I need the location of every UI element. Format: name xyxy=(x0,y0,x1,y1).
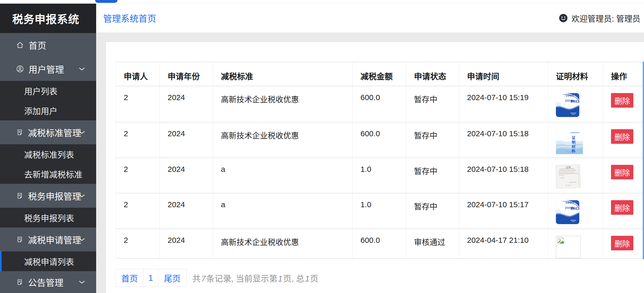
cell-time: 2024-07-10 15:19 xyxy=(459,86,548,122)
delete-button[interactable]: 删除 xyxy=(611,129,633,144)
cell-standard: 高新技术企业税收优惠 xyxy=(213,122,353,158)
sidebar-item-label: 税务申报列表 xyxy=(24,212,74,224)
pagination-last-link[interactable]: 尾页 xyxy=(158,269,187,287)
delete-button[interactable]: 删除 xyxy=(611,93,633,108)
chevron-down-icon xyxy=(78,130,85,134)
sidebar-item-user-management[interactable]: 用户管理 xyxy=(0,57,96,81)
sidebar-item-tax-reduction-standard-management[interactable]: 减税标准管理 xyxy=(0,120,96,144)
cell-status: 审核通过 xyxy=(406,229,459,258)
document-icon xyxy=(16,129,23,136)
document-icon xyxy=(16,236,23,243)
cell-proof xyxy=(548,229,603,258)
cell-actions: 删除 xyxy=(603,86,644,122)
sidebar-item-label: 公告管理 xyxy=(28,276,63,289)
sidebar-item-tax-reduction-standard-list[interactable]: 减税标准列表 xyxy=(0,144,96,164)
sidebar-item-label: 用户管理 xyxy=(29,63,64,75)
content-card: 申请人 申请年份 减税标准 减税金额 申请状态 申请时间 证明材料 操作 2 2… xyxy=(106,42,644,293)
home-icon xyxy=(16,41,24,49)
proof-thumbnail-brochure[interactable]: LOGO 资料汇编 xyxy=(556,93,579,117)
cell-year: 2024 xyxy=(160,122,213,158)
cell-year: 2024 xyxy=(160,229,213,258)
cell-applicant: 2 xyxy=(116,86,160,122)
sidebar-item-tax-reduction-application-management[interactable]: 减税申请管理 xyxy=(0,227,96,251)
proof-thumbnail-cover[interactable]: 证明材料 xyxy=(556,129,583,154)
summary-text: 页, 总 xyxy=(283,274,304,283)
table-row: 2 2024 a 1.0 暂存中 2024-07-10 15:17 xyxy=(116,193,644,229)
proof-thumbnail-brochure[interactable]: LOGO 资料汇编 xyxy=(556,200,579,224)
table-row: 2 2024 高新技术企业税收优惠 600.0 暂存中 2024-07-10 1… xyxy=(116,122,644,158)
pagination-summary: 共7条记录, 当前显示第1页, 总1页 xyxy=(192,272,318,284)
proof-thumbnail-receipt[interactable]: 证明 xyxy=(556,165,581,189)
sidebar-item-label: 减税标准列表 xyxy=(24,148,74,160)
cell-amount: 600.0 xyxy=(353,122,406,158)
sidebar-item-tax-reduction-application-list[interactable]: 减税申请列表 xyxy=(0,251,96,271)
pagination-page-1[interactable]: 1 xyxy=(143,269,158,287)
sidebar-item-add-user[interactable]: 添加用户 xyxy=(0,101,96,120)
col-header-time: 申请时间 xyxy=(459,62,548,86)
pagination: 首页 1 尾页 共7条记录, 当前显示第1页, 总1页 xyxy=(116,269,318,287)
sidebar-item-tax-declaration-management[interactable]: 税务申报管理 xyxy=(0,184,96,208)
applications-table: 申请人 申请年份 减税标准 减税金额 申请状态 申请时间 证明材料 操作 2 2… xyxy=(116,62,644,259)
cell-actions: 删除 xyxy=(603,158,644,193)
summary-current-page: 1 xyxy=(278,274,283,283)
cell-time: 2024-04-17 21:10 xyxy=(459,229,548,258)
cell-standard: a xyxy=(213,158,353,193)
sidebar-item-label: 首页 xyxy=(29,39,46,51)
welcome-text: 欢迎管理员: 管理员 xyxy=(571,12,640,24)
pagination-first-link[interactable]: 首页 xyxy=(116,269,143,287)
cell-status: 暂存中 xyxy=(406,158,459,193)
delete-button[interactable]: 删除 xyxy=(611,165,633,179)
breadcrumb-home-link[interactable]: 管理系统首页 xyxy=(103,12,156,24)
header-bar: 管理系统首页 欢迎管理员: 管理员 xyxy=(96,3,644,32)
chevron-down-icon xyxy=(78,237,85,242)
sidebar-item-label: 去新增减税标准 xyxy=(24,168,82,180)
proof-thumbnail-broken-image[interactable] xyxy=(556,236,581,258)
col-header-year: 申请年份 xyxy=(160,62,213,86)
browser-pill xyxy=(95,0,117,3)
cell-actions: 删除 xyxy=(603,193,644,229)
sidebar-item-add-tax-reduction-standard[interactable]: 去新增减税标准 xyxy=(0,164,96,184)
cell-applicant: 2 xyxy=(116,122,160,158)
delete-button[interactable]: 删除 xyxy=(611,200,633,215)
brochure-logo-text: LOGO xyxy=(566,201,574,204)
brochure-logo-text: LOGO xyxy=(566,94,574,97)
cell-proof: 证明材料 xyxy=(548,122,603,158)
cover-title-text: 证明材料 xyxy=(571,136,575,154)
sidebar-item-announcement-management[interactable]: 公告管理 xyxy=(0,271,96,293)
receipt-title-text: 证明 xyxy=(566,166,571,169)
cell-proof: 证明 xyxy=(548,158,603,193)
table-scrollbar[interactable] xyxy=(643,62,644,259)
chevron-down-icon xyxy=(78,280,85,284)
chevron-down-icon xyxy=(78,194,85,198)
sidebar-item-user-list[interactable]: 用户列表 xyxy=(0,81,96,101)
sidebar-item-label: 减税申请列表 xyxy=(24,255,74,267)
col-header-standard: 减税标准 xyxy=(213,62,353,86)
sidebar-item-tax-declaration-list[interactable]: 税务申报列表 xyxy=(0,208,96,227)
cell-applicant: 2 xyxy=(116,158,160,193)
sidebar-nav: 首页 用户管理 用户列表 添加用户 减税标准 xyxy=(0,33,96,293)
summary-total-pages: 1 xyxy=(305,274,310,283)
table-row: 2 2024 高新技术企业税收优惠 600.0 暂存中 2024-07-10 1… xyxy=(116,86,644,122)
welcome-area: 欢迎管理员: 管理员 xyxy=(558,12,640,24)
col-header-amount: 减税金额 xyxy=(353,62,406,86)
summary-text: 条记录, 当前显示第 xyxy=(206,274,278,283)
sidebar-item-label: 减税申请管理 xyxy=(28,233,81,246)
table-row: 2 2024 高新技术企业税收优惠 600.0 审核通过 2024-04-17 … xyxy=(116,229,644,258)
cell-year: 2024 xyxy=(160,158,213,193)
table-row: 2 2024 a 1.0 暂存中 2024-07-10 15:18 xyxy=(116,158,644,193)
sidebar-item-label: 添加用户 xyxy=(24,105,57,116)
col-header-status: 申请状态 xyxy=(406,62,459,86)
cell-proof: LOGO 资料汇编 xyxy=(548,86,603,122)
cell-time: 2024-07-10 15:17 xyxy=(459,193,548,229)
cell-standard: a xyxy=(213,193,353,229)
sidebar: 税务申报系统 首页 用户管理 用户列表 添加用户 xyxy=(0,3,96,293)
col-header-applicant: 申请人 xyxy=(116,62,160,86)
cell-year: 2024 xyxy=(160,86,213,122)
smiley-icon xyxy=(558,13,568,23)
delete-button[interactable]: 删除 xyxy=(611,236,633,250)
sidebar-item-home[interactable]: 首页 xyxy=(0,33,96,57)
sidebar-item-label: 减税标准管理 xyxy=(28,126,81,139)
cell-year: 2024 xyxy=(160,193,213,229)
cell-standard: 高新技术企业税收优惠 xyxy=(213,86,353,122)
document-icon xyxy=(16,278,23,286)
